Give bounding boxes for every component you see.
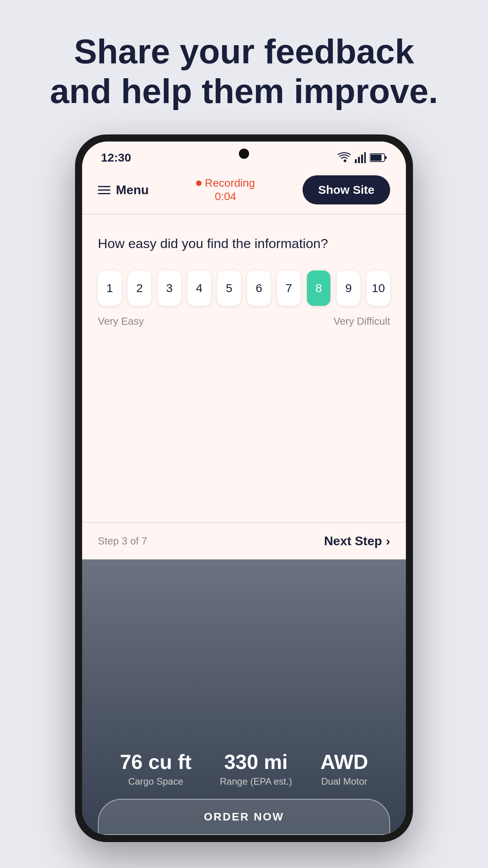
- show-site-button[interactable]: Show Site: [303, 175, 390, 204]
- next-step-label: Next Step: [324, 534, 382, 548]
- rating-button-1[interactable]: 1: [98, 270, 121, 306]
- next-step-button[interactable]: Next Step ›: [324, 534, 390, 548]
- recording-badge: Recording 0:04: [196, 177, 255, 203]
- car-stat-label: Range (EPA est.): [220, 776, 292, 787]
- rating-button-8[interactable]: 8: [307, 270, 330, 306]
- rating-button-5[interactable]: 5: [217, 270, 241, 306]
- svg-rect-6: [385, 156, 387, 159]
- recording-dot: [196, 180, 202, 186]
- status-time: 12:30: [101, 151, 131, 164]
- rating-button-9[interactable]: 9: [337, 270, 360, 306]
- menu-button[interactable]: Menu: [98, 183, 149, 197]
- label-very-difficult: Very Difficult: [334, 315, 390, 327]
- signal-icon: [355, 152, 366, 163]
- menu-label: Menu: [116, 183, 149, 197]
- camera-dot: [239, 149, 249, 159]
- label-very-easy: Very Easy: [98, 315, 144, 327]
- headline-line2: and help them improve.: [50, 72, 438, 110]
- car-stat-label: Cargo Space: [128, 776, 183, 787]
- rating-button-7[interactable]: 7: [277, 270, 301, 306]
- car-stats: 76 cu ft Cargo Space 330 mi Range (EPA e…: [82, 734, 406, 799]
- car-stat-value: 330 mi: [224, 750, 288, 774]
- svg-rect-5: [371, 154, 382, 161]
- car-stat: AWD Dual Motor: [321, 750, 368, 787]
- recording-time: 0:04: [215, 190, 237, 203]
- recording-label: Recording: [205, 177, 255, 189]
- rating-row: 12345678910: [98, 270, 390, 306]
- svg-rect-2: [361, 154, 363, 163]
- rating-button-10[interactable]: 10: [367, 270, 390, 306]
- wifi-icon: [338, 152, 351, 163]
- step-text: Step 3 of 7: [98, 535, 147, 547]
- car-stat: 76 cu ft Cargo Space: [120, 750, 191, 787]
- svg-rect-0: [355, 159, 357, 163]
- chevron-right-icon: ›: [386, 534, 390, 548]
- car-stat-value: AWD: [321, 750, 368, 774]
- car-stat-value: 76 cu ft: [120, 750, 191, 774]
- rating-button-2[interactable]: 2: [128, 270, 151, 306]
- car-stat-label: Dual Motor: [321, 776, 367, 787]
- battery-icon: [370, 153, 387, 162]
- page-headline: Share your feedback and help them improv…: [50, 31, 438, 111]
- car-stat: 330 mi Range (EPA est.): [220, 750, 292, 787]
- rating-button-4[interactable]: 4: [187, 270, 211, 306]
- hamburger-icon: [98, 186, 110, 194]
- phone-mockup: 12:30: [75, 134, 413, 842]
- survey-question: How easy did you find the information?: [98, 234, 390, 253]
- app-header: Menu Recording 0:04 Show Site: [82, 167, 406, 214]
- svg-rect-1: [358, 157, 360, 163]
- rating-button-6[interactable]: 6: [247, 270, 271, 306]
- rating-labels: Very Easy Very Difficult: [98, 315, 390, 327]
- status-icons: [338, 152, 387, 163]
- car-section: 76 cu ft Cargo Space 330 mi Range (EPA e…: [82, 559, 406, 835]
- order-now-button[interactable]: ORDER NOW: [98, 799, 390, 835]
- survey-footer: Step 3 of 7 Next Step ›: [82, 522, 406, 559]
- survey-panel: How easy did you find the information? 1…: [82, 215, 406, 522]
- rating-button-3[interactable]: 3: [158, 270, 181, 306]
- headline-line1: Share your feedback: [74, 32, 414, 71]
- phone-screen: 12:30: [82, 142, 406, 835]
- svg-rect-3: [364, 152, 366, 163]
